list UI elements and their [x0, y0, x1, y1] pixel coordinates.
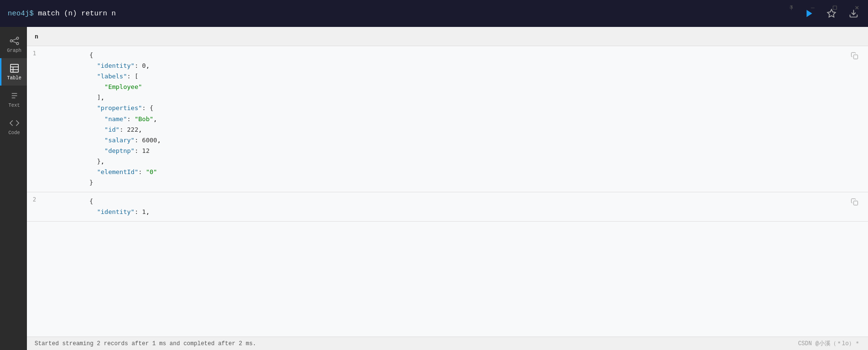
text-icon	[9, 90, 20, 101]
svg-rect-16	[854, 55, 858, 59]
svg-point-4	[10, 40, 12, 42]
query-bar: neo4j$ match (n) return n	[0, 0, 868, 27]
status-bar: Started streaming 2 records after 1 ms a…	[27, 337, 868, 350]
graph-icon	[9, 36, 20, 46]
svg-line-8	[12, 41, 16, 43]
text-label: Text	[8, 103, 20, 108]
sidebar: Graph Table Text Code	[0, 27, 27, 350]
svg-rect-17	[854, 201, 858, 205]
copy-button-2[interactable]	[849, 196, 860, 209]
svg-line-7	[12, 39, 16, 40]
svg-rect-0	[833, 6, 837, 10]
content-panel: n 1 { "identity": 0, "labels": [ "Employ…	[27, 27, 868, 350]
table-icon	[9, 63, 20, 74]
window-controls	[780, 0, 868, 15]
copy-button-1[interactable]	[849, 50, 860, 63]
status-message: Started streaming 2 records after 1 ms a…	[35, 340, 256, 347]
prompt-query: match (n) return n	[38, 10, 116, 18]
pin-button[interactable]	[780, 0, 802, 15]
column-header-cell-n: n	[35, 33, 38, 40]
code-icon	[9, 118, 20, 128]
row-content-1: { "identity": 0, "labels": [ "Employee" …	[27, 46, 868, 192]
restore-button[interactable]	[824, 0, 846, 15]
table-row: 1 { "identity": 0, "labels": [ "Employee…	[27, 46, 868, 192]
svg-point-5	[16, 37, 19, 39]
results-area[interactable]: 1 { "identity": 0, "labels": [ "Employee…	[27, 46, 868, 337]
graph-label: Graph	[7, 48, 21, 53]
svg-point-6	[16, 42, 19, 45]
sidebar-item-code[interactable]: Code	[0, 113, 27, 140]
sidebar-item-text[interactable]: Text	[0, 86, 27, 113]
svg-rect-9	[10, 64, 18, 73]
column-header: n	[27, 27, 868, 46]
code-label: Code	[8, 130, 20, 136]
main-area: Graph Table Text Code	[0, 27, 868, 350]
status-right: CSDN @小溪（＊lo）＊	[798, 339, 860, 348]
sidebar-item-table[interactable]: Table	[0, 58, 27, 86]
table-row: 2 { "identity": 1,	[27, 192, 868, 222]
table-label: Table	[7, 75, 21, 81]
row-content-2: { "identity": 1,	[27, 192, 868, 221]
prompt-label: neo4j$	[8, 10, 38, 18]
minimize-button[interactable]	[802, 0, 824, 15]
query-prompt: neo4j$ match (n) return n	[8, 10, 803, 18]
close-button[interactable]	[846, 0, 868, 15]
sidebar-item-graph[interactable]: Graph	[0, 31, 27, 58]
